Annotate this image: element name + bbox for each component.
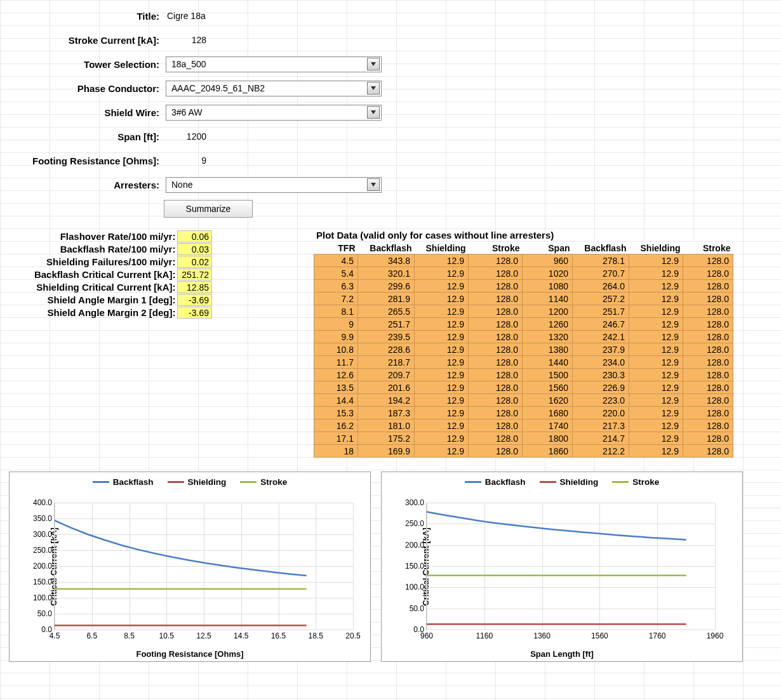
y-tick: 300.0	[405, 498, 427, 507]
table-cell: 299.6	[358, 280, 415, 293]
table-cell: 12.9	[415, 254, 469, 267]
dropdown-icon[interactable]	[367, 178, 380, 191]
arresters-value: None	[171, 180, 192, 190]
table-cell: 242.1	[573, 331, 629, 343]
summarize-button[interactable]: Summarize	[164, 200, 253, 218]
table-cell: 12.9	[415, 331, 469, 343]
table-cell: 12.9	[415, 280, 469, 293]
shield-wire-combo[interactable]: 3#6 AW	[166, 105, 382, 121]
table-cell: 251.7	[358, 318, 415, 331]
legend-item: Backflash	[465, 477, 526, 487]
chart-footing-resistance[interactable]: BackflashShieldingStrokeCritical Current…	[9, 472, 371, 662]
table-cell: 6.3	[314, 280, 358, 293]
x-tick: 20.5	[345, 630, 360, 640]
table-row: 15.3187.312.9128.01680220.012.9128.0	[314, 407, 733, 419]
legend-swatch	[240, 481, 257, 483]
legend-swatch	[93, 481, 109, 483]
chart-span-length[interactable]: BackflashShieldingStrokeCritical Current…	[381, 472, 743, 662]
legend-label: Shielding	[188, 477, 227, 487]
table-cell: 1080	[523, 280, 573, 293]
chart-legend: BackflashShieldingStroke	[382, 477, 742, 487]
table-header: Span	[523, 242, 573, 254]
legend-swatch	[168, 481, 184, 483]
table-cell: 278.1	[573, 254, 629, 267]
table-cell: 220.0	[573, 407, 629, 419]
chart-lines	[427, 503, 715, 630]
table-cell: 12.9	[415, 356, 469, 369]
table-cell: 1140	[523, 293, 573, 305]
shield-wire-label: Shield Wire:	[3, 107, 162, 118]
table-cell: 128.0	[683, 267, 733, 280]
tower-selection-combo[interactable]: 18a_500	[166, 56, 382, 72]
result-value: -3.69	[177, 307, 212, 319]
table-cell: 128.0	[683, 343, 733, 356]
table-row: 5.4320.112.9128.01020270.712.9128.0	[314, 267, 733, 280]
table-cell: 12.9	[629, 318, 683, 331]
series-backflash	[55, 520, 307, 576]
y-tick: 300.0	[33, 530, 55, 539]
table-cell: 9.9	[314, 331, 358, 343]
table-cell: 12.9	[629, 394, 683, 407]
table-cell: 13.5	[314, 381, 358, 394]
footing-resistance-value[interactable]: 9	[162, 155, 211, 166]
table-cell: 128.0	[469, 445, 523, 458]
table-cell: 12.9	[415, 419, 469, 432]
table-cell: 169.9	[358, 445, 415, 458]
table-cell: 12.9	[629, 356, 683, 369]
table-cell: 175.2	[358, 432, 415, 445]
table-cell: 12.9	[629, 280, 683, 293]
table-cell: 128.0	[469, 356, 523, 369]
dropdown-icon[interactable]	[367, 106, 380, 119]
dropdown-icon[interactable]	[367, 58, 380, 70]
table-cell: 265.5	[358, 305, 415, 318]
stroke-current-value[interactable]: 128	[162, 35, 211, 45]
result-row: Backflash Critical Current [kA]:251.72	[3, 268, 212, 281]
phase-conductor-value: AAAC_2049.5_61_NB2	[171, 83, 265, 93]
title-value[interactable]: Cigre 18a	[162, 11, 211, 21]
dropdown-icon[interactable]	[367, 82, 380, 95]
span-value[interactable]: 1200	[162, 131, 211, 142]
table-cell: 128.0	[683, 394, 733, 407]
table-cell: 187.3	[358, 407, 415, 419]
x-tick: 10.5	[159, 630, 174, 640]
table-cell: 239.5	[358, 331, 415, 343]
arresters-combo[interactable]: None	[166, 177, 382, 193]
table-row: 6.3299.612.9128.01080264.012.9128.0	[314, 280, 733, 293]
table-cell: 1800	[523, 432, 573, 445]
result-label: Shielding Failures/100 mi/yr:	[3, 256, 177, 267]
table-header: Shielding	[629, 242, 683, 254]
table-cell: 12.9	[629, 293, 683, 305]
phase-conductor-combo[interactable]: AAAC_2049.5_61_NB2	[166, 81, 382, 96]
span-label: Span [ft]:	[3, 131, 162, 142]
table-cell: 12.9	[415, 305, 469, 318]
x-tick: 14.5	[234, 630, 248, 640]
table-cell: 128.0	[683, 445, 733, 458]
table-row: 9.9239.512.9128.01320242.112.9128.0	[314, 331, 733, 343]
result-row: Shielding Failures/100 mi/yr:0.02	[3, 255, 212, 268]
table-cell: 246.7	[573, 318, 629, 331]
table-header: Backflash	[358, 242, 415, 254]
table-cell: 228.6	[358, 343, 415, 356]
legend-swatch	[540, 481, 556, 483]
result-row: Backflash Rate/100 mi/yr:0.03	[3, 242, 212, 255]
table-cell: 223.0	[573, 394, 629, 407]
phase-conductor-label: Phase Conductor:	[3, 83, 162, 94]
table-cell: 8.1	[314, 305, 358, 318]
table-cell: 128.0	[469, 305, 523, 318]
table-cell: 1440	[523, 356, 573, 369]
table-cell: 128.0	[469, 343, 523, 356]
table-cell: 212.2	[573, 445, 629, 458]
table-cell: 7.2	[314, 293, 358, 305]
table-cell: 237.9	[573, 343, 629, 356]
x-tick: 18.5	[309, 630, 323, 640]
table-cell: 12.6	[314, 369, 358, 381]
table-cell: 1740	[523, 419, 573, 432]
legend-label: Stroke	[260, 477, 287, 487]
legend-swatch	[612, 481, 629, 483]
x-tick: 1560	[591, 630, 608, 640]
table-cell: 14.4	[314, 394, 358, 407]
tower-selection-label: Tower Selection:	[3, 59, 162, 70]
table-row: 13.5201.612.9128.01560226.912.9128.0	[314, 381, 733, 394]
y-tick: 200.0	[405, 541, 427, 550]
result-label: Backflash Critical Current [kA]:	[3, 269, 177, 280]
